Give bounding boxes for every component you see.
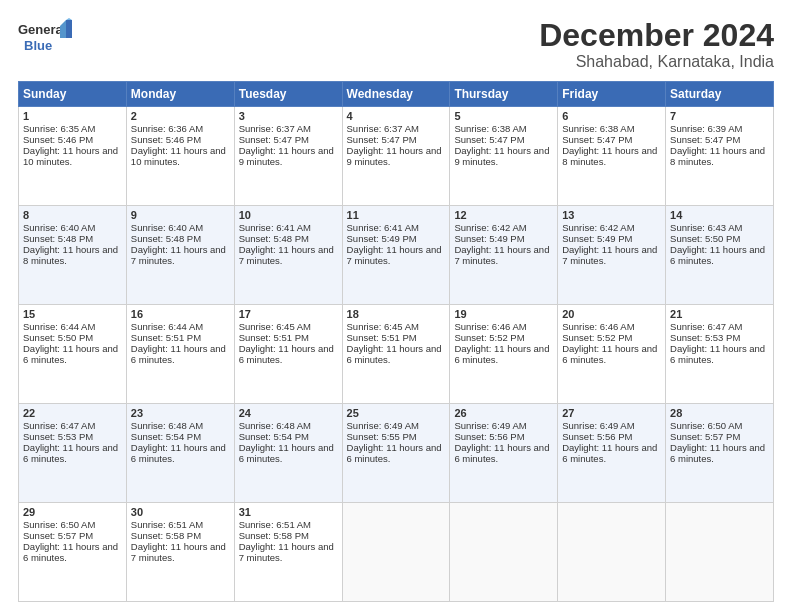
header: General Blue December 2024 Shahabad, Kar… (18, 18, 774, 71)
sunset-label: Sunset: 5:50 PM (670, 233, 740, 244)
day-number: 11 (347, 209, 446, 221)
sunrise-label: Sunrise: 6:46 AM (454, 321, 526, 332)
sunset-label: Sunset: 5:57 PM (23, 530, 93, 541)
sunrise-label: Sunrise: 6:43 AM (670, 222, 742, 233)
daylight-label: Daylight: 11 hours and 6 minutes. (562, 343, 657, 365)
daylight-label: Daylight: 11 hours and 6 minutes. (23, 442, 118, 464)
day-number: 17 (239, 308, 338, 320)
table-row: 24Sunrise: 6:48 AMSunset: 5:54 PMDayligh… (234, 404, 342, 503)
daylight-label: Daylight: 11 hours and 10 minutes. (131, 145, 226, 167)
sunset-label: Sunset: 5:55 PM (347, 431, 417, 442)
daylight-label: Daylight: 11 hours and 7 minutes. (239, 541, 334, 563)
table-row: 17Sunrise: 6:45 AMSunset: 5:51 PMDayligh… (234, 305, 342, 404)
calendar-row: 8Sunrise: 6:40 AMSunset: 5:48 PMDaylight… (19, 206, 774, 305)
daylight-label: Daylight: 11 hours and 9 minutes. (347, 145, 442, 167)
daylight-label: Daylight: 11 hours and 9 minutes. (454, 145, 549, 167)
table-row (558, 503, 666, 602)
sunrise-label: Sunrise: 6:36 AM (131, 123, 203, 134)
day-number: 12 (454, 209, 553, 221)
table-row: 22Sunrise: 6:47 AMSunset: 5:53 PMDayligh… (19, 404, 127, 503)
sunset-label: Sunset: 5:47 PM (347, 134, 417, 145)
sunset-label: Sunset: 5:56 PM (454, 431, 524, 442)
sunrise-label: Sunrise: 6:40 AM (23, 222, 95, 233)
sunrise-label: Sunrise: 6:39 AM (670, 123, 742, 134)
day-number: 14 (670, 209, 769, 221)
sunset-label: Sunset: 5:51 PM (131, 332, 201, 343)
table-row: 12Sunrise: 6:42 AMSunset: 5:49 PMDayligh… (450, 206, 558, 305)
table-row: 29Sunrise: 6:50 AMSunset: 5:57 PMDayligh… (19, 503, 127, 602)
day-number: 9 (131, 209, 230, 221)
table-row: 9Sunrise: 6:40 AMSunset: 5:48 PMDaylight… (126, 206, 234, 305)
table-row: 5Sunrise: 6:38 AMSunset: 5:47 PMDaylight… (450, 107, 558, 206)
table-row: 28Sunrise: 6:50 AMSunset: 5:57 PMDayligh… (666, 404, 774, 503)
sunrise-label: Sunrise: 6:45 AM (239, 321, 311, 332)
table-row (666, 503, 774, 602)
day-number: 6 (562, 110, 661, 122)
day-number: 10 (239, 209, 338, 221)
sunrise-label: Sunrise: 6:37 AM (239, 123, 311, 134)
daylight-label: Daylight: 11 hours and 8 minutes. (670, 145, 765, 167)
table-row: 1Sunrise: 6:35 AMSunset: 5:46 PMDaylight… (19, 107, 127, 206)
daylight-label: Daylight: 11 hours and 6 minutes. (347, 442, 442, 464)
daylight-label: Daylight: 11 hours and 6 minutes. (670, 343, 765, 365)
table-row: 10Sunrise: 6:41 AMSunset: 5:48 PMDayligh… (234, 206, 342, 305)
sunset-label: Sunset: 5:47 PM (239, 134, 309, 145)
daylight-label: Daylight: 11 hours and 6 minutes. (131, 442, 226, 464)
table-row: 20Sunrise: 6:46 AMSunset: 5:52 PMDayligh… (558, 305, 666, 404)
table-row: 11Sunrise: 6:41 AMSunset: 5:49 PMDayligh… (342, 206, 450, 305)
day-number: 7 (670, 110, 769, 122)
sunrise-label: Sunrise: 6:45 AM (347, 321, 419, 332)
daylight-label: Daylight: 11 hours and 7 minutes. (239, 244, 334, 266)
sunset-label: Sunset: 5:53 PM (23, 431, 93, 442)
daylight-label: Daylight: 11 hours and 6 minutes. (239, 442, 334, 464)
day-number: 24 (239, 407, 338, 419)
col-wednesday: Wednesday (342, 82, 450, 107)
sunset-label: Sunset: 5:47 PM (670, 134, 740, 145)
sunset-label: Sunset: 5:49 PM (454, 233, 524, 244)
sunrise-label: Sunrise: 6:46 AM (562, 321, 634, 332)
col-tuesday: Tuesday (234, 82, 342, 107)
sunset-label: Sunset: 5:49 PM (347, 233, 417, 244)
daylight-label: Daylight: 11 hours and 7 minutes. (454, 244, 549, 266)
sunrise-label: Sunrise: 6:44 AM (131, 321, 203, 332)
sunset-label: Sunset: 5:54 PM (239, 431, 309, 442)
svg-marker-2 (66, 20, 72, 38)
sunset-label: Sunset: 5:52 PM (454, 332, 524, 343)
sunset-label: Sunset: 5:58 PM (131, 530, 201, 541)
col-sunday: Sunday (19, 82, 127, 107)
daylight-label: Daylight: 11 hours and 6 minutes. (131, 343, 226, 365)
day-number: 29 (23, 506, 122, 518)
calendar-row: 22Sunrise: 6:47 AMSunset: 5:53 PMDayligh… (19, 404, 774, 503)
calendar-table: Sunday Monday Tuesday Wednesday Thursday… (18, 81, 774, 602)
page-title: December 2024 (539, 18, 774, 53)
sunrise-label: Sunrise: 6:47 AM (23, 420, 95, 431)
table-row: 31Sunrise: 6:51 AMSunset: 5:58 PMDayligh… (234, 503, 342, 602)
day-number: 19 (454, 308, 553, 320)
calendar-row: 1Sunrise: 6:35 AMSunset: 5:46 PMDaylight… (19, 107, 774, 206)
sunset-label: Sunset: 5:51 PM (239, 332, 309, 343)
col-friday: Friday (558, 82, 666, 107)
sunrise-label: Sunrise: 6:49 AM (454, 420, 526, 431)
day-number: 31 (239, 506, 338, 518)
sunset-label: Sunset: 5:46 PM (23, 134, 93, 145)
sunrise-label: Sunrise: 6:49 AM (347, 420, 419, 431)
sunrise-label: Sunrise: 6:50 AM (670, 420, 742, 431)
sunset-label: Sunset: 5:49 PM (562, 233, 632, 244)
svg-text:Blue: Blue (24, 38, 52, 53)
table-row: 2Sunrise: 6:36 AMSunset: 5:46 PMDaylight… (126, 107, 234, 206)
sunrise-label: Sunrise: 6:47 AM (670, 321, 742, 332)
table-row: 7Sunrise: 6:39 AMSunset: 5:47 PMDaylight… (666, 107, 774, 206)
logo: General Blue (18, 18, 73, 60)
table-row: 25Sunrise: 6:49 AMSunset: 5:55 PMDayligh… (342, 404, 450, 503)
calendar-header-row: Sunday Monday Tuesday Wednesday Thursday… (19, 82, 774, 107)
table-row: 3Sunrise: 6:37 AMSunset: 5:47 PMDaylight… (234, 107, 342, 206)
daylight-label: Daylight: 11 hours and 9 minutes. (239, 145, 334, 167)
sunset-label: Sunset: 5:51 PM (347, 332, 417, 343)
daylight-label: Daylight: 11 hours and 6 minutes. (454, 343, 549, 365)
sunrise-label: Sunrise: 6:38 AM (562, 123, 634, 134)
sunrise-label: Sunrise: 6:35 AM (23, 123, 95, 134)
sunset-label: Sunset: 5:47 PM (562, 134, 632, 145)
day-number: 23 (131, 407, 230, 419)
day-number: 26 (454, 407, 553, 419)
sunset-label: Sunset: 5:54 PM (131, 431, 201, 442)
